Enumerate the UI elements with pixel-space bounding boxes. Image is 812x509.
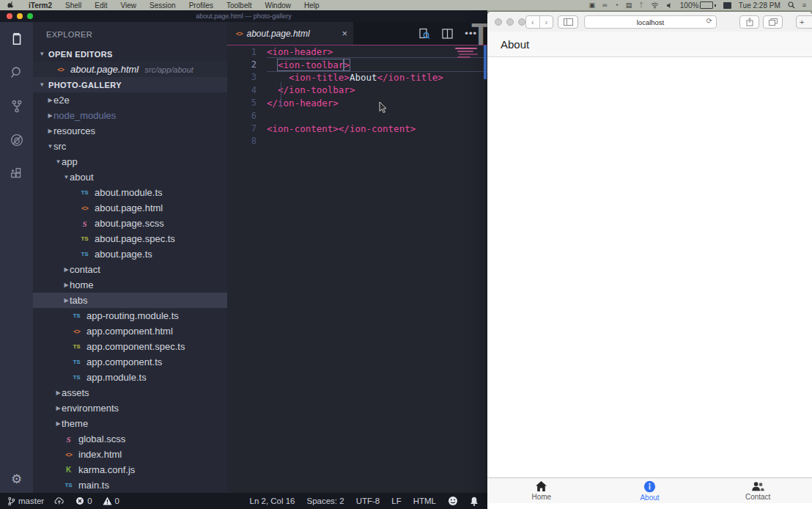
close-tab-icon[interactable]: × [342, 28, 347, 39]
explorer-icon[interactable] [0, 22, 33, 56]
explorer-sidebar: EXPLORER ▼ OPEN EDITORS <> about.page.ht… [33, 22, 227, 493]
menubar-item-profiles[interactable]: Profiles [182, 1, 220, 10]
debug-icon[interactable] [0, 123, 33, 157]
safari-toolbar[interactable]: ‹ › localhost ⟳ + [487, 12, 812, 32]
spotlight-search-icon[interactable] [788, 1, 795, 9]
notification-center-icon[interactable]: ≡ [802, 0, 806, 10]
line-number: 2 [227, 59, 267, 70]
eol-sequence[interactable]: LF [391, 497, 401, 505]
git-branch-indicator[interactable]: master [7, 497, 44, 506]
close-window-button[interactable] [495, 18, 502, 26]
screen-mirroring-icon[interactable]: ▣ [588, 0, 595, 10]
wifi-icon[interactable] [651, 2, 659, 9]
tab-about[interactable]: About [605, 480, 693, 502]
project-section-header[interactable]: ▼ PHOTO-GALLERY [33, 77, 227, 92]
tab-home[interactable]: Home [498, 480, 586, 501]
tree-item-karma-conf-js[interactable]: Kkarma.conf.js [33, 462, 227, 477]
menubar-item-view[interactable]: View [114, 1, 144, 10]
tree-item-theme[interactable]: ▶theme [33, 416, 227, 431]
tab-contact[interactable]: Contact [714, 481, 802, 501]
smiley-feedback-icon[interactable] [448, 496, 458, 506]
zoom-window-button[interactable] [518, 18, 525, 26]
menubar-item-toolbelt[interactable]: Toolbelt [220, 1, 258, 10]
tree-item-app-component-ts[interactable]: TSapp.component.ts [33, 354, 227, 370]
code-line-4[interactable]: 4 </ion-toolbar> [227, 84, 487, 96]
tree-item-home[interactable]: ▶home [33, 277, 227, 293]
code-line-6[interactable]: 6 [227, 109, 487, 122]
open-editors-header[interactable]: ▼ OPEN EDITORS [33, 46, 227, 62]
tree-item-app-routing-module-ts[interactable]: TSapp-routing.module.ts [33, 308, 227, 323]
tab-about-page-html[interactable]: <> about.page.html × [227, 22, 353, 45]
menubar-item-session[interactable]: Session [143, 1, 182, 10]
code-line-8[interactable]: 8 [227, 135, 487, 147]
tree-item-index-html[interactable]: <>index.html [33, 447, 227, 462]
address-bar[interactable]: localhost ⟳ [584, 15, 717, 29]
tree-item-contact[interactable]: ▶contact [33, 262, 227, 277]
tree-item-app-component-html[interactable]: <>app.component.html [33, 323, 227, 339]
forward-button[interactable]: › [540, 16, 553, 28]
menu-extra-app-icon[interactable] [723, 2, 731, 9]
reload-icon[interactable]: ⟳ [706, 17, 712, 25]
tree-item-about-module-ts[interactable]: TSabout.module.ts [33, 185, 227, 200]
tree-item-about-page-html[interactable]: <>about.page.html [33, 200, 227, 216]
menubar-item-edit[interactable]: Edit [88, 1, 114, 10]
code-line-1[interactable]: 1<ion-header> [227, 45, 487, 58]
search-icon[interactable] [0, 56, 33, 89]
tree-item-global-scss[interactable]: Sglobal.scss [33, 431, 227, 447]
tree-item-about[interactable]: ▼about [33, 169, 227, 185]
input-source-icon[interactable]: ᛏ [639, 0, 643, 10]
tree-item-app-component-spec-ts[interactable]: TSapp.component.spec.ts [33, 339, 227, 354]
settings-gear-icon[interactable]: ⚙ [0, 472, 33, 487]
display-icon[interactable]: ▤ [626, 0, 632, 10]
open-preview-icon[interactable] [418, 28, 430, 40]
line-number: 6 [227, 111, 267, 121]
tree-item-assets[interactable]: ▶assets [33, 385, 227, 400]
minimize-window-button[interactable] [506, 18, 514, 26]
warnings-indicator[interactable]: 0 [103, 497, 119, 505]
time-machine-icon[interactable]: ◔ [614, 0, 618, 10]
tree-item-e2e[interactable]: ▶e2e [33, 92, 227, 108]
tree-item-app-module-ts[interactable]: TSapp.module.ts [33, 370, 227, 385]
tree-item-about-page-ts[interactable]: TSabout.page.ts [33, 246, 227, 262]
tree-item-about-page-spec-ts[interactable]: TSabout.page.spec.ts [33, 231, 227, 246]
tree-item-src[interactable]: ▼src [33, 139, 227, 154]
source-control-icon[interactable] [0, 89, 33, 123]
tree-item-node-modules[interactable]: ▶node_modules [33, 108, 227, 123]
tree-item-app[interactable]: ▼app [33, 154, 227, 169]
code-line-3[interactable]: 3 <ion-title>About</ion-title> [227, 71, 487, 84]
publish-changes-button[interactable] [54, 497, 65, 505]
indentation-setting[interactable]: Spaces: 2 [307, 497, 344, 505]
tree-item-resources[interactable]: ▶resources [33, 123, 227, 139]
menubar-item-window[interactable]: Window [258, 1, 298, 10]
menubar-item-shell[interactable]: Shell [59, 1, 88, 10]
tree-item-tabs[interactable]: ▶tabs [33, 293, 227, 308]
menubar-item-help[interactable]: Help [298, 1, 326, 10]
tree-item-environments[interactable]: ▶environments [33, 400, 227, 416]
code-line-5[interactable]: 5</ion-header> [227, 97, 487, 109]
menubar-item-iterm2[interactable]: iTerm2 [22, 1, 59, 10]
menubar-clock[interactable]: Tue 2:28 PM [739, 1, 780, 10]
code-line-7[interactable]: 7<ion-content></ion-content> [227, 122, 487, 134]
split-editor-icon[interactable] [442, 29, 453, 39]
errors-indicator[interactable]: 0 [75, 497, 92, 505]
notifications-bell-icon[interactable] [470, 497, 479, 506]
apple-menu-icon[interactable] [7, 1, 15, 9]
tab-overview-button[interactable] [763, 15, 783, 29]
tree-item-about-page-scss[interactable]: Sabout.page.scss [33, 216, 227, 231]
volume-icon[interactable] [666, 2, 673, 9]
back-button[interactable]: ‹ [526, 16, 540, 28]
share-button[interactable] [739, 15, 759, 29]
language-mode[interactable]: HTML [413, 497, 436, 505]
encoding[interactable]: UTF-8 [356, 497, 380, 505]
sidebar-toggle-button[interactable] [558, 15, 578, 29]
new-tab-button[interactable]: + [796, 15, 812, 29]
code-editor[interactable]: 1<ion-header>2 <ion-toolbar>3 <ion-title… [227, 45, 487, 493]
battery-indicator[interactable]: 100% [680, 1, 716, 10]
glasses-icon[interactable]: ∞ [602, 0, 607, 10]
open-editor-item[interactable]: <> about.page.html src/app/about [33, 62, 227, 77]
extensions-icon[interactable] [0, 157, 33, 191]
cursor-position[interactable]: Ln 2, Col 16 [250, 497, 295, 505]
vscode-titlebar[interactable]: about.page.html — photo-gallery [0, 10, 487, 22]
tree-item-main-ts[interactable]: TSmain.ts [33, 477, 227, 493]
code-line-2[interactable]: 2 <ion-toolbar> [227, 58, 487, 70]
